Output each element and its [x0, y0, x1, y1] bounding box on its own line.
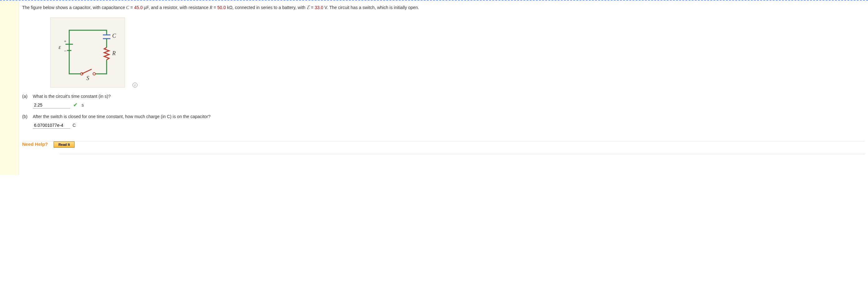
circuit-svg: + − ε C R S — [57, 24, 119, 80]
svg-point-7 — [93, 73, 95, 75]
part-b-answer-input[interactable] — [33, 122, 70, 129]
part-a-question: What is the circuit's time constant (in … — [33, 94, 111, 99]
check-icon: ✔ — [73, 102, 77, 107]
part-b-answer-row: C — [33, 122, 211, 129]
var-R: R — [210, 5, 212, 10]
var-emf: ℰ — [307, 5, 310, 10]
need-help-label: Need Help? — [22, 141, 48, 147]
value-emf: 33.0 — [315, 5, 323, 10]
eq-sign: = — [129, 5, 134, 10]
problem-statement: The figure below shows a capacitor, with… — [22, 4, 865, 11]
text-segment: µF, and a resistor, with resistance — [143, 5, 210, 10]
emf-label: ε — [59, 44, 61, 50]
eq-sign: = — [310, 5, 315, 10]
part-b-question: After the switch is closed for one time … — [33, 114, 211, 119]
need-help-section: Need Help? Read It — [22, 141, 865, 148]
content-area: The figure below shows a capacitor, with… — [19, 1, 868, 175]
text-segment: The figure below shows a capacitor, with… — [22, 5, 126, 10]
value-C: 45.0 — [134, 5, 143, 10]
figure-area: + − ε C R S i — [50, 18, 150, 88]
minus-label: − — [64, 48, 67, 54]
part-b-unit: C — [73, 123, 76, 128]
part-a: (a) What is the circuit's time constant … — [22, 94, 865, 108]
capacitor-label: C — [112, 33, 116, 39]
plus-label: + — [64, 39, 66, 44]
part-a-unit: s — [82, 102, 84, 107]
circuit-diagram: + − ε C R S — [50, 18, 125, 88]
info-icon[interactable]: i — [132, 83, 137, 88]
eq-sign: = — [212, 5, 217, 10]
var-C: C — [126, 5, 129, 10]
part-b-label: (b) — [22, 114, 31, 119]
value-R: 50.0 — [217, 5, 226, 10]
resistor-label: R — [112, 50, 116, 56]
bottom-divider — [60, 154, 865, 154]
text-segment: V. The circuit has a switch, which is in… — [323, 5, 419, 10]
read-it-button[interactable]: Read It — [54, 141, 74, 148]
part-a-answer-input[interactable] — [33, 102, 70, 108]
text-segment: kΩ, connected in series to a battery, wi… — [226, 5, 307, 10]
part-a-label: (a) — [22, 94, 31, 99]
switch-label: S — [86, 75, 89, 80]
left-margin-highlight — [0, 1, 19, 175]
part-a-answer-row: ✔ s — [33, 102, 111, 108]
part-b: (b) After the switch is closed for one t… — [22, 114, 865, 129]
svg-line-8 — [82, 69, 92, 74]
question-container: The figure below shows a capacitor, with… — [0, 0, 868, 175]
